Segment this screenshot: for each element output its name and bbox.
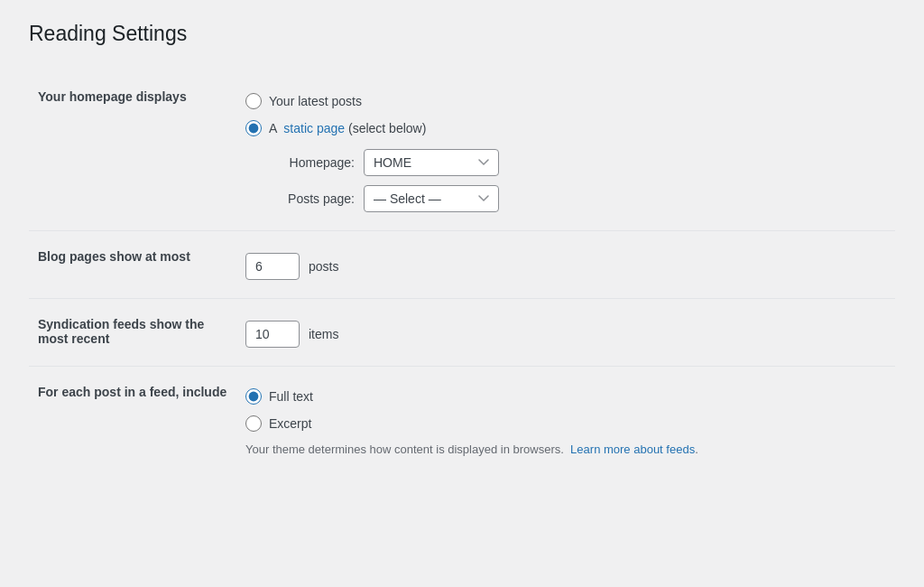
syndication-feeds-suffix: items [309,327,338,341]
static-page-radio-label[interactable]: A static page (select below) [245,120,886,136]
syndication-feeds-field: 10 items [245,317,886,348]
posts-page-field-row: Posts page: — Select — Blog News Posts [269,185,886,212]
learn-more-feeds-link[interactable]: Learn more about feeds [570,443,695,456]
syndication-feeds-label: Syndication feeds show the most recent [38,317,204,346]
latest-posts-radio[interactable] [245,93,262,109]
full-text-radio-label[interactable]: Full text [245,388,886,405]
feed-helper-text: Your theme determines how content is dis… [245,443,886,456]
excerpt-radio[interactable] [245,415,262,432]
static-page-radio[interactable] [245,120,262,136]
latest-posts-radio-label[interactable]: Your latest posts [245,93,886,109]
homepage-displays-options: Your latest posts A static page (select … [245,89,886,136]
blog-pages-field: 6 posts [245,249,886,280]
static-page-link[interactable]: static page [283,121,345,135]
feed-include-options: Full text Excerpt [245,385,886,432]
feed-include-label: For each post in a feed, include [38,385,226,399]
syndication-feeds-input[interactable]: 10 [245,321,300,348]
excerpt-radio-label[interactable]: Excerpt [245,415,886,432]
latest-posts-label: Your latest posts [269,94,362,108]
blog-pages-label: Blog pages show at most [38,249,190,264]
full-text-radio[interactable] [245,388,262,405]
blog-pages-suffix: posts [309,259,338,274]
page-title: Reading Settings [29,22,895,46]
full-text-label: Full text [269,389,313,404]
homepage-select-label: Homepage: [269,155,355,170]
homepage-select[interactable]: HOME Sample Page About Contact [364,149,499,176]
posts-page-select[interactable]: — Select — Blog News Posts [364,185,499,212]
homepage-field-row: Homepage: HOME Sample Page About Contact [269,149,886,176]
excerpt-label: Excerpt [269,416,311,431]
static-page-sub-fields: Homepage: HOME Sample Page About Contact… [269,149,886,212]
static-page-text: A static page (select below) [269,121,426,135]
posts-page-select-label: Posts page: [269,191,355,206]
blog-pages-input[interactable]: 6 [245,253,300,280]
homepage-displays-label: Your homepage displays [38,89,187,104]
